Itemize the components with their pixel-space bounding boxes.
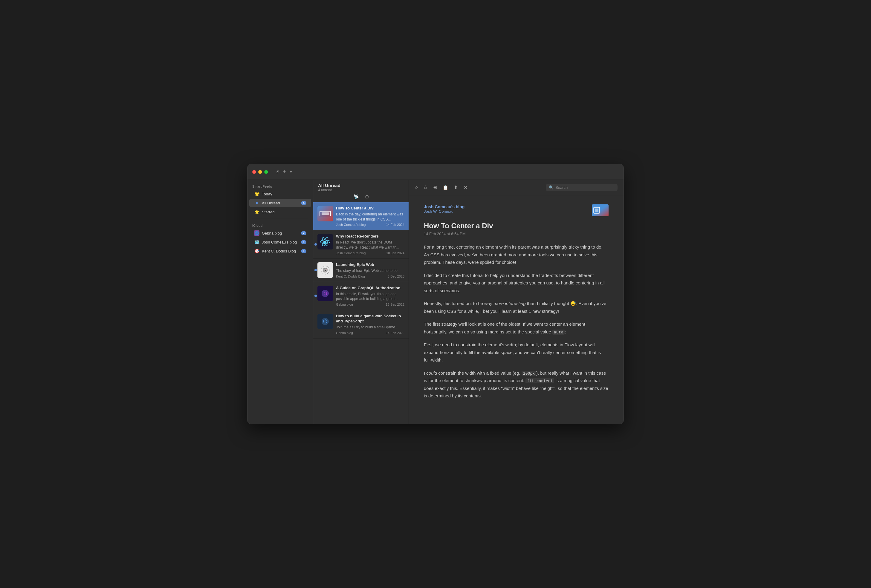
add-button[interactable]: +	[283, 169, 286, 175]
sidebar-item-label: Josh Comeau's blog	[262, 240, 299, 245]
notes-icon[interactable]: 📋	[443, 185, 448, 190]
svg-text:⬡: ⬡	[323, 291, 327, 296]
article-content: How To Center a Div Back in the day, cen…	[336, 206, 404, 227]
reader-content: Josh Comeau's blog Josh W. Comeau	[409, 196, 624, 424]
body-paragraph: Honestly, this turned out to be way more…	[424, 300, 609, 315]
app-window: ↺ + ▼ Smart Feeds 🌟 Today ● All Unread 4…	[247, 164, 624, 424]
article-meta: Josh Comeau's blog 10 Jan 2024	[336, 251, 404, 255]
article-source: Josh Comeau's blog	[336, 251, 365, 255]
refresh-button[interactable]: ↺	[275, 169, 279, 175]
sidebar-item-today[interactable]: 🌟 Today	[249, 190, 311, 198]
star-icon[interactable]: ☆	[423, 184, 428, 191]
sidebar-item-starred[interactable]: ⭐ Starred	[249, 207, 311, 216]
article-content: A Guide on GraphQL Authorization In this…	[336, 286, 404, 306]
article-source: Josh Comeau's blog	[336, 223, 365, 227]
title-bar: ↺ + ▼	[247, 164, 624, 180]
article-item[interactable]: Why React Re-Renders In React, we don't …	[313, 230, 409, 258]
article-list-header: All Unread 4 unread 📡 ⊙	[313, 180, 409, 202]
browser-icon[interactable]: ⊗	[463, 184, 467, 191]
article-thumbnail	[317, 234, 333, 249]
sidebar: Smart Feeds 🌟 Today ● All Unread 4 ⭐ Sta…	[247, 180, 313, 424]
article-date: 14 Feb 2022	[386, 331, 404, 334]
article-date: 3 Dec 2023	[388, 275, 404, 278]
search-bar[interactable]: 🔍 Search	[546, 184, 618, 191]
reader-blog-name[interactable]: Josh Comeau's blog	[424, 204, 464, 209]
article-item[interactable]: How To Center a Div Back in the day, cen…	[313, 202, 409, 230]
traffic-lights	[247, 170, 273, 174]
code-inline: 200px	[522, 371, 536, 376]
unread-indicator	[314, 295, 317, 297]
article-item[interactable]: 🐨 Launching Epic Web The story of how Ep…	[313, 259, 409, 282]
circle-icon[interactable]: ○	[415, 185, 418, 191]
article-content: Launching Epic Web The story of how Epic…	[336, 262, 404, 278]
article-item[interactable]: ⬡ How to build a game with Socket.io and…	[313, 310, 409, 339]
article-meta: Josh Comeau's blog 14 Feb 2024	[336, 223, 404, 227]
article-meta: Gebna blog 16 Sep 2022	[336, 303, 404, 306]
dropdown-button[interactable]: ▼	[290, 170, 293, 174]
article-items: How To Center a Div Back in the day, cen…	[313, 202, 409, 424]
mark-read-toolbar-icon[interactable]: ⊙	[365, 194, 369, 200]
article-thumbnail: 🐨	[317, 262, 333, 278]
sidebar-divider	[252, 219, 308, 219]
sidebar-item-label: Kent C. Dodds Blog	[262, 249, 299, 254]
svg-rect-21	[595, 209, 599, 212]
body-paragraph: I could constrain the width with a fixed…	[424, 369, 609, 400]
code-inline: fit-content	[525, 378, 554, 384]
reader-toolbar: ○ ☆ ⊕ 📋 ⬆ ⊗ 🔍 Search	[409, 180, 624, 196]
svg-rect-2	[322, 212, 329, 215]
maximize-button[interactable]	[264, 170, 268, 174]
sidebar-item-label: All Unread	[262, 201, 299, 205]
gebna-icon: 🌐	[254, 230, 259, 236]
close-button[interactable]	[252, 170, 256, 174]
josh-icon: 🗺️	[254, 239, 259, 245]
article-meta: Gebna blog 14 Feb 2022	[336, 331, 404, 334]
reader-blog-header: Josh Comeau's blog Josh W. Comeau	[424, 204, 609, 216]
sidebar-item-label: Gebna blog	[262, 231, 299, 236]
sidebar-item-gebna[interactable]: 🌐 Gebna blog 2	[249, 229, 311, 237]
article-title: How to build a game with Socket.io and T…	[336, 314, 404, 324]
article-list-title-group: All Unread 4 unread	[318, 183, 340, 192]
article-source: Kent C. Dodds Blog	[336, 275, 365, 278]
article-preview: In React, we don't update the DOM direct…	[336, 240, 404, 250]
svg-text:⬡: ⬡	[323, 319, 327, 324]
article-title: How To Center a Div	[336, 206, 404, 211]
reader-blog-info: Josh Comeau's blog Josh W. Comeau	[424, 204, 464, 213]
starred-icon: ⭐	[254, 209, 259, 215]
article-list-toolbar: 📡 ⊙	[318, 192, 404, 200]
sidebar-item-josh[interactable]: 🗺️ Josh Comeau's blog 1	[249, 238, 311, 246]
search-placeholder: Search	[555, 185, 568, 190]
article-list-title: All Unread	[318, 183, 340, 188]
article-list-header-top: All Unread 4 unread	[318, 183, 404, 192]
kent-icon: 🎯	[254, 248, 259, 254]
article-content: Why React Re-Renders In React, we don't …	[336, 234, 404, 255]
body-paragraph: First, we need to constrain the element'…	[424, 341, 609, 364]
body-paragraph: The first strategy we'll look at is one …	[424, 320, 609, 336]
reader-article-title: How To Center a Div	[424, 221, 609, 230]
svg-point-4	[324, 240, 326, 243]
sidebar-item-kent[interactable]: 🎯 Kent C. Dodds Blog 1	[249, 247, 311, 255]
article-item[interactable]: ⬡ A Guide on GraphQL Authorization In th…	[313, 282, 409, 310]
article-source: Gebna blog	[336, 303, 353, 306]
unread-badge: 4	[301, 201, 306, 205]
unread-indicator	[314, 269, 317, 271]
share-icon[interactable]: ⬆	[454, 184, 458, 191]
gebna-badge: 2	[301, 231, 306, 235]
main-layout: Smart Feeds 🌟 Today ● All Unread 4 ⭐ Sta…	[247, 180, 624, 424]
josh-badge: 1	[301, 240, 306, 244]
article-preview: Back in the day, centering an element wa…	[336, 212, 404, 222]
article-date: 16 Sep 2022	[386, 303, 404, 306]
rss-toolbar-icon[interactable]: 📡	[353, 194, 359, 200]
smart-feeds-label: Smart Feeds	[247, 182, 313, 190]
article-title: A Guide on GraphQL Authorization	[336, 286, 404, 291]
article-date: 14 Feb 2024	[386, 223, 404, 227]
minimize-button[interactable]	[258, 170, 262, 174]
sidebar-item-all-unread[interactable]: ● All Unread 4	[249, 199, 311, 207]
article-title: Why React Re-Renders	[336, 234, 404, 239]
article-thumbnail: ⬡	[317, 286, 333, 301]
article-preview: Join me as I try to build a small game..…	[336, 325, 404, 330]
article-thumbnail	[317, 206, 333, 221]
reader-body: For a long time, centering an element wi…	[424, 243, 609, 400]
reader-toolbar-left: ○ ☆ ⊕ 📋 ⬆ ⊗	[415, 184, 467, 191]
read-later-icon[interactable]: ⊕	[433, 184, 437, 191]
reader-article-date: 14 Feb 2024 at 6:54 PM	[424, 231, 609, 236]
